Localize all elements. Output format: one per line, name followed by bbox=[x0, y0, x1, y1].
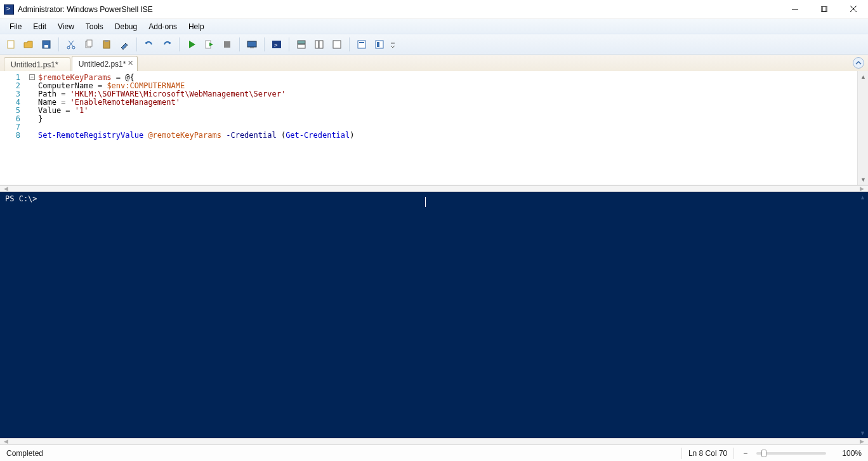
svg-line-4 bbox=[850, 6, 857, 12]
code-area[interactable]: $remoteKeyParams = @{ ComputerName = $en… bbox=[29, 71, 857, 185]
menu-bar: File Edit View Tools Debug Add-ons Help bbox=[0, 19, 868, 34]
app-icon bbox=[4, 4, 14, 15]
svg-rect-24 bbox=[333, 41, 341, 48]
toolbar-separator bbox=[58, 37, 59, 51]
editor-tab[interactable]: Untitled1.ps1* bbox=[4, 57, 70, 71]
tab-label: Untitled2.ps1* bbox=[79, 60, 126, 69]
show-command-button[interactable] bbox=[353, 36, 370, 53]
clear-button[interactable] bbox=[116, 36, 133, 53]
cut-button[interactable] bbox=[63, 36, 79, 53]
undo-button[interactable] bbox=[141, 36, 157, 53]
zoom-slider[interactable] bbox=[756, 452, 826, 455]
collapse-script-pane-button[interactable] bbox=[853, 57, 864, 69]
svg-rect-25 bbox=[358, 41, 365, 48]
toolbar-separator bbox=[239, 37, 240, 51]
svg-rect-15 bbox=[224, 41, 230, 48]
svg-rect-28 bbox=[377, 42, 379, 47]
tab-close-icon[interactable]: ✕ bbox=[126, 58, 135, 67]
menu-help[interactable]: Help bbox=[183, 20, 210, 33]
toolbar-separator bbox=[349, 37, 350, 51]
toolbar-separator bbox=[136, 37, 137, 51]
new-remote-tab-button[interactable] bbox=[244, 36, 260, 53]
svg-rect-13 bbox=[105, 40, 109, 42]
status-bar: Completed Ln 8 Col 70 − + 100% bbox=[0, 444, 868, 461]
open-file-button[interactable] bbox=[20, 36, 37, 53]
start-powershell-button[interactable]: > bbox=[268, 36, 285, 53]
svg-rect-1 bbox=[821, 6, 826, 11]
toolbar-separator bbox=[179, 37, 180, 51]
menu-tools[interactable]: Tools bbox=[80, 20, 109, 33]
zoom-slider-thumb[interactable] bbox=[761, 450, 766, 457]
show-command-addon-button[interactable] bbox=[371, 36, 388, 53]
svg-rect-20 bbox=[298, 41, 305, 44]
run-script-button[interactable] bbox=[183, 36, 200, 53]
zoom-level: 100% bbox=[842, 449, 862, 458]
script-editor-pane[interactable]: 1 2 3 4 5 6 7 8 − $remoteKeyParams = @{ … bbox=[0, 71, 868, 185]
copy-button[interactable] bbox=[81, 36, 97, 53]
menu-edit[interactable]: Edit bbox=[27, 20, 52, 33]
tab-label: Untitled1.ps1* bbox=[11, 60, 58, 69]
text-cursor-icon bbox=[425, 197, 426, 207]
svg-rect-26 bbox=[359, 42, 364, 43]
svg-rect-11 bbox=[87, 40, 92, 46]
scroll-down-icon[interactable]: ▼ bbox=[857, 427, 868, 438]
status-separator bbox=[733, 448, 734, 459]
show-script-top-button[interactable] bbox=[293, 36, 310, 53]
svg-rect-22 bbox=[315, 41, 319, 48]
editor-tabstrip: Untitled1.ps1* Untitled2.ps1* ✕ bbox=[0, 55, 868, 71]
paste-button[interactable] bbox=[98, 36, 115, 53]
svg-rect-7 bbox=[44, 45, 48, 48]
minimize-button[interactable] bbox=[780, 0, 810, 19]
scroll-down-icon[interactable]: ▼ bbox=[858, 174, 868, 185]
zoom-out-icon[interactable]: − bbox=[743, 449, 747, 458]
show-script-right-button[interactable] bbox=[311, 36, 327, 53]
svg-rect-5 bbox=[8, 41, 14, 48]
svg-rect-2 bbox=[822, 6, 827, 11]
scroll-right-icon[interactable]: ▶ bbox=[860, 185, 864, 192]
menu-view[interactable]: View bbox=[52, 20, 80, 33]
window-title: Administrator: Windows PowerShell ISE bbox=[18, 5, 153, 14]
scroll-up-icon[interactable]: ▲ bbox=[857, 192, 868, 203]
console-pane-wrap: PS C:\> ▲ ▼ bbox=[0, 192, 868, 438]
redo-button[interactable] bbox=[159, 36, 175, 53]
editor-horizontal-scrollbar[interactable]: ◀ ▶ bbox=[0, 185, 868, 192]
status-text: Completed bbox=[6, 449, 43, 458]
console-prompt: PS C:\> bbox=[5, 194, 37, 203]
scroll-up-icon[interactable]: ▲ bbox=[858, 71, 868, 82]
stop-button[interactable] bbox=[219, 36, 235, 53]
save-button[interactable] bbox=[38, 36, 55, 53]
svg-rect-17 bbox=[250, 48, 254, 48]
line-number-gutter: 1 2 3 4 5 6 7 8 bbox=[0, 71, 29, 185]
maximize-button[interactable] bbox=[810, 0, 839, 19]
status-separator bbox=[681, 448, 682, 459]
menu-file[interactable]: File bbox=[4, 20, 27, 33]
toolbar: > bbox=[0, 34, 868, 55]
close-button[interactable] bbox=[839, 0, 868, 19]
scroll-left-icon[interactable]: ◀ bbox=[4, 185, 8, 192]
svg-rect-21 bbox=[298, 44, 305, 48]
console-horizontal-scrollbar[interactable]: ◀ ▶ bbox=[0, 438, 868, 444]
run-selection-button[interactable] bbox=[201, 36, 218, 53]
svg-rect-16 bbox=[247, 41, 256, 47]
console-vertical-scrollbar[interactable]: ▲ ▼ bbox=[857, 192, 868, 438]
toolbar-separator bbox=[289, 37, 289, 51]
editor-tab[interactable]: Untitled2.ps1* ✕ bbox=[72, 56, 138, 71]
svg-text:>: > bbox=[274, 42, 278, 48]
title-bar: Administrator: Windows PowerShell ISE bbox=[0, 0, 868, 19]
scroll-left-icon[interactable]: ◀ bbox=[4, 438, 8, 444]
menu-addons[interactable]: Add-ons bbox=[143, 20, 183, 33]
cursor-position: Ln 8 Col 70 bbox=[688, 449, 727, 458]
toolbar-overflow-button[interactable] bbox=[389, 36, 397, 53]
console-pane[interactable]: PS C:\> bbox=[0, 192, 857, 438]
show-script-max-button[interactable] bbox=[329, 36, 345, 53]
editor-vertical-scrollbar[interactable]: ▲ ▼ bbox=[857, 71, 868, 185]
new-file-button[interactable] bbox=[3, 36, 19, 53]
menu-debug[interactable]: Debug bbox=[109, 20, 143, 33]
scroll-right-icon[interactable]: ▶ bbox=[860, 438, 864, 444]
toolbar-separator bbox=[264, 37, 265, 51]
svg-rect-23 bbox=[319, 41, 323, 48]
svg-line-3 bbox=[850, 6, 857, 12]
